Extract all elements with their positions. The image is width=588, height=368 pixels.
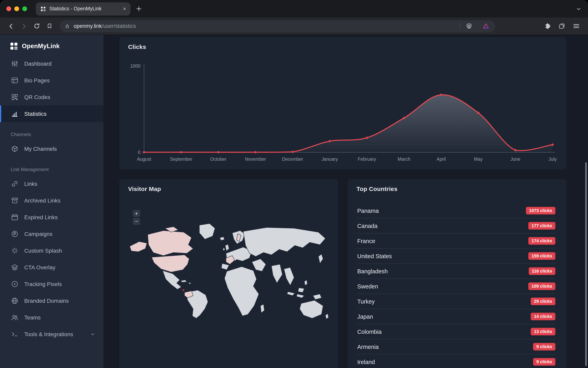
sidebar-item-label: Dashboard	[24, 60, 52, 67]
area-fill	[144, 95, 553, 152]
tab-search-chevron-icon[interactable]	[576, 6, 582, 12]
lock-icon[interactable]	[64, 23, 70, 29]
map-region-philippines[interactable]	[304, 280, 308, 285]
map-region-russia-asia[interactable]	[243, 228, 325, 257]
zoom-window-button[interactable]	[22, 6, 27, 11]
data-point-dot	[403, 117, 405, 119]
back-button[interactable]	[6, 21, 16, 31]
map-zoom-in-button[interactable]: +	[133, 210, 140, 217]
map-region-panama[interactable]	[182, 289, 184, 291]
world-map[interactable]	[126, 222, 329, 320]
target-icon	[11, 280, 19, 288]
tab-strip: Statistics - OpenMyLink	[0, 0, 588, 18]
sidebar-item-links[interactable]: Links	[0, 175, 103, 192]
map-region-indochina[interactable]	[284, 267, 294, 285]
close-window-button[interactable]	[6, 6, 11, 11]
map-region-canada[interactable]	[148, 230, 193, 256]
layers-icon	[11, 263, 19, 271]
tab-title: Statistics - OpenMyLink	[49, 6, 117, 11]
terminal-icon	[11, 330, 19, 338]
sidebar-item-statistics[interactable]: Statistics	[0, 105, 103, 122]
sidebar-item-label: Statistics	[24, 110, 46, 117]
brave-rewards-triangle-icon[interactable]	[481, 21, 491, 31]
new-tab-button[interactable]	[135, 5, 142, 12]
map-region-cuba[interactable]	[181, 280, 187, 282]
sidebar-item-branded-domains[interactable]: Branded Domains	[0, 292, 103, 309]
map-region-united-states[interactable]	[152, 255, 189, 272]
sidebar-item-archived-links[interactable]: Archived Links	[0, 192, 103, 209]
traffic-lights	[0, 6, 27, 11]
map-region-india[interactable]	[271, 264, 282, 283]
clicks-badge: 109 clicks	[528, 282, 555, 290]
country-name: Colombia	[357, 328, 382, 335]
country-row: Canada177 clicks	[357, 218, 555, 234]
tab-stack-icon[interactable]	[557, 21, 567, 31]
forward-button[interactable]	[19, 21, 29, 31]
map-region-new-zealand[interactable]	[325, 314, 329, 319]
sidebar-item-teams[interactable]: Teams	[0, 309, 103, 326]
sidebar-group-heading: Channels	[0, 122, 103, 140]
clicks-chart[interactable]: 10000AugustSeptemberOctoberNovemberDecem…	[119, 37, 567, 169]
sidebar-item-label: Tools & Integrations	[24, 331, 73, 337]
x-axis-label: March	[398, 156, 410, 162]
data-point-dot	[254, 151, 257, 153]
sidebar-item-label: Custom Splash	[24, 248, 62, 254]
map-region-borneo[interactable]	[298, 288, 304, 293]
archive-icon	[11, 196, 19, 204]
sidebar-item-my-channels[interactable]: My Channels	[0, 140, 103, 157]
sidebar-item-custom-splash[interactable]: Custom Splash	[0, 242, 103, 259]
sidebar-item-dashboard[interactable]: Dashboard	[0, 55, 103, 72]
map-region-africa[interactable]	[224, 267, 259, 316]
map-region-iceland[interactable]	[220, 237, 225, 240]
sidebar: OpenMyLink DashboardBio PagesQR CodesSta…	[0, 35, 103, 368]
map-region-hispaniola[interactable]	[188, 282, 192, 284]
map-region-mexico[interactable]	[163, 271, 181, 289]
top-countries-list: Panama1073 clicksCanada177 clicksFrance1…	[357, 203, 555, 368]
map-region-madagascar[interactable]	[260, 304, 264, 313]
browser-tab[interactable]: Statistics - OpenMyLink	[36, 2, 130, 15]
map-region-greenland[interactable]	[199, 224, 215, 239]
clicks-badge: 9 clicks	[533, 343, 555, 351]
brand[interactable]: OpenMyLink	[0, 35, 103, 52]
sidebar-item-qr-codes[interactable]: QR Codes	[0, 89, 103, 105]
map-region-java[interactable]	[296, 294, 304, 298]
bookmark-icon[interactable]	[45, 21, 54, 31]
x-axis-label: May	[474, 156, 483, 162]
sliders-icon	[11, 60, 19, 68]
cube-icon	[11, 145, 19, 153]
map-region-united-kingdom[interactable]	[225, 244, 229, 251]
tab-close-icon[interactable]	[122, 6, 127, 11]
qr-icon	[11, 93, 19, 101]
brave-shield-icon[interactable]	[464, 21, 474, 31]
url-text: openmy.link/user/statistics	[74, 23, 136, 29]
map-region-alaska[interactable]	[130, 241, 147, 252]
map-region-japan[interactable]	[319, 254, 323, 263]
extensions-puzzle-icon[interactable]	[543, 21, 552, 31]
minimize-window-button[interactable]	[14, 6, 19, 11]
sidebar-item-expired-links[interactable]: Expired Links	[0, 209, 103, 226]
x-axis-label: August	[137, 156, 151, 162]
map-region-sumatra[interactable]	[287, 292, 295, 296]
sidebar-item-tools-integrations[interactable]: Tools & Integrations	[0, 326, 103, 342]
map-region-iberia[interactable]	[221, 264, 229, 270]
sidebar-item-label: CTA Overlay	[24, 264, 55, 271]
map-region-middle-east[interactable]	[252, 259, 266, 271]
map-zoom-out-button[interactable]: −	[133, 218, 140, 225]
map-region-australia[interactable]	[300, 300, 323, 318]
reload-button[interactable]	[32, 21, 41, 31]
clicks-badge: 14 clicks	[531, 313, 555, 321]
menu-hamburger-icon[interactable]	[571, 21, 581, 31]
y-axis-tick-min: 0	[138, 150, 140, 155]
sidebar-item-cta-overlay[interactable]: CTA Overlay	[0, 259, 103, 276]
sidebar-item-bio-pages[interactable]: Bio Pages	[0, 72, 103, 89]
sparkle-icon	[11, 247, 19, 255]
page-scrollbar-thumb[interactable]	[585, 162, 587, 366]
divider	[460, 22, 460, 30]
sidebar-item-label: Tracking Pixels	[24, 281, 62, 287]
map-region-new-guinea[interactable]	[313, 294, 322, 300]
map-region-ireland[interactable]	[223, 248, 225, 251]
sidebar-item-campaigns[interactable]: Campaigns	[0, 226, 103, 242]
address-bar[interactable]: openmy.link/user/statistics	[60, 20, 495, 32]
browser-window: Statistics - OpenMyLink o	[0, 0, 588, 368]
sidebar-item-tracking-pixels[interactable]: Tracking Pixels	[0, 276, 103, 292]
